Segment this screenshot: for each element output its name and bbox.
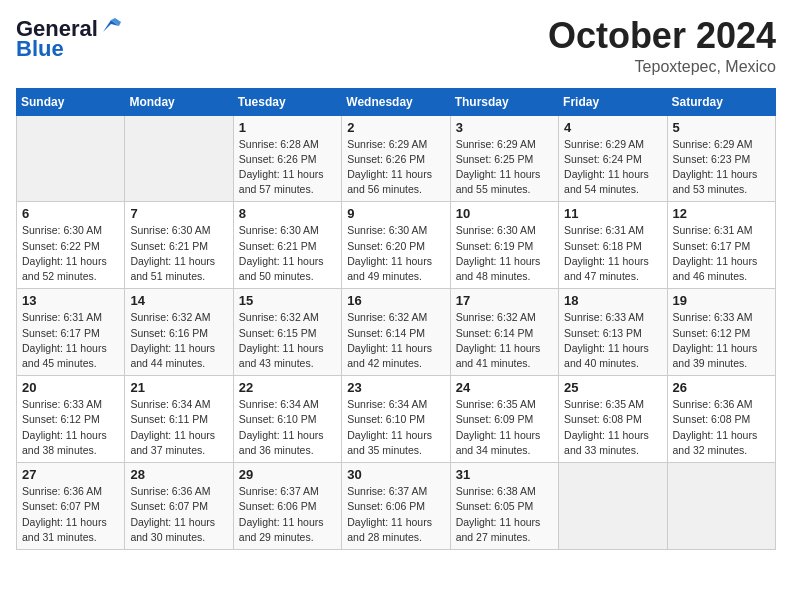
logo-bird-icon — [99, 18, 121, 36]
day-info: Sunrise: 6:36 AMSunset: 6:08 PMDaylight:… — [673, 397, 770, 458]
day-info: Sunrise: 6:29 AMSunset: 6:25 PMDaylight:… — [456, 137, 553, 198]
calendar-cell: 8Sunrise: 6:30 AMSunset: 6:21 PMDaylight… — [233, 202, 341, 289]
weekday-header: Friday — [559, 88, 667, 115]
day-info: Sunrise: 6:37 AMSunset: 6:06 PMDaylight:… — [347, 484, 444, 545]
day-number: 19 — [673, 293, 770, 308]
day-number: 12 — [673, 206, 770, 221]
weekday-header: Monday — [125, 88, 233, 115]
day-info: Sunrise: 6:30 AMSunset: 6:21 PMDaylight:… — [239, 223, 336, 284]
calendar-cell: 14Sunrise: 6:32 AMSunset: 6:16 PMDayligh… — [125, 289, 233, 376]
calendar-cell: 5Sunrise: 6:29 AMSunset: 6:23 PMDaylight… — [667, 115, 775, 202]
day-number: 18 — [564, 293, 661, 308]
day-info: Sunrise: 6:30 AMSunset: 6:19 PMDaylight:… — [456, 223, 553, 284]
day-number: 24 — [456, 380, 553, 395]
calendar-cell: 9Sunrise: 6:30 AMSunset: 6:20 PMDaylight… — [342, 202, 450, 289]
weekday-header: Tuesday — [233, 88, 341, 115]
day-number: 17 — [456, 293, 553, 308]
calendar-cell: 30Sunrise: 6:37 AMSunset: 6:06 PMDayligh… — [342, 463, 450, 550]
day-info: Sunrise: 6:38 AMSunset: 6:05 PMDaylight:… — [456, 484, 553, 545]
day-info: Sunrise: 6:32 AMSunset: 6:14 PMDaylight:… — [456, 310, 553, 371]
calendar-cell: 29Sunrise: 6:37 AMSunset: 6:06 PMDayligh… — [233, 463, 341, 550]
calendar-cell: 24Sunrise: 6:35 AMSunset: 6:09 PMDayligh… — [450, 376, 558, 463]
day-info: Sunrise: 6:35 AMSunset: 6:09 PMDaylight:… — [456, 397, 553, 458]
calendar-cell: 15Sunrise: 6:32 AMSunset: 6:15 PMDayligh… — [233, 289, 341, 376]
calendar-cell: 10Sunrise: 6:30 AMSunset: 6:19 PMDayligh… — [450, 202, 558, 289]
day-number: 6 — [22, 206, 119, 221]
day-info: Sunrise: 6:33 AMSunset: 6:12 PMDaylight:… — [673, 310, 770, 371]
day-number: 3 — [456, 120, 553, 135]
day-number: 2 — [347, 120, 444, 135]
calendar-cell: 11Sunrise: 6:31 AMSunset: 6:18 PMDayligh… — [559, 202, 667, 289]
day-info: Sunrise: 6:34 AMSunset: 6:10 PMDaylight:… — [347, 397, 444, 458]
day-info: Sunrise: 6:31 AMSunset: 6:17 PMDaylight:… — [22, 310, 119, 371]
day-number: 30 — [347, 467, 444, 482]
day-number: 14 — [130, 293, 227, 308]
day-info: Sunrise: 6:35 AMSunset: 6:08 PMDaylight:… — [564, 397, 661, 458]
day-info: Sunrise: 6:32 AMSunset: 6:16 PMDaylight:… — [130, 310, 227, 371]
day-number: 8 — [239, 206, 336, 221]
day-info: Sunrise: 6:34 AMSunset: 6:11 PMDaylight:… — [130, 397, 227, 458]
day-number: 11 — [564, 206, 661, 221]
calendar-cell: 18Sunrise: 6:33 AMSunset: 6:13 PMDayligh… — [559, 289, 667, 376]
day-info: Sunrise: 6:32 AMSunset: 6:14 PMDaylight:… — [347, 310, 444, 371]
day-number: 31 — [456, 467, 553, 482]
logo: General Blue — [16, 16, 121, 62]
day-info: Sunrise: 6:30 AMSunset: 6:21 PMDaylight:… — [130, 223, 227, 284]
day-info: Sunrise: 6:32 AMSunset: 6:15 PMDaylight:… — [239, 310, 336, 371]
day-info: Sunrise: 6:33 AMSunset: 6:13 PMDaylight:… — [564, 310, 661, 371]
day-number: 4 — [564, 120, 661, 135]
weekday-header: Wednesday — [342, 88, 450, 115]
calendar-cell: 27Sunrise: 6:36 AMSunset: 6:07 PMDayligh… — [17, 463, 125, 550]
day-info: Sunrise: 6:29 AMSunset: 6:23 PMDaylight:… — [673, 137, 770, 198]
day-number: 27 — [22, 467, 119, 482]
logo-blue: Blue — [16, 36, 64, 62]
day-info: Sunrise: 6:33 AMSunset: 6:12 PMDaylight:… — [22, 397, 119, 458]
title-block: October 2024 Tepoxtepec, Mexico — [548, 16, 776, 76]
day-number: 21 — [130, 380, 227, 395]
calendar-cell — [559, 463, 667, 550]
day-number: 25 — [564, 380, 661, 395]
calendar-cell: 3Sunrise: 6:29 AMSunset: 6:25 PMDaylight… — [450, 115, 558, 202]
calendar-cell: 7Sunrise: 6:30 AMSunset: 6:21 PMDaylight… — [125, 202, 233, 289]
page-header: General Blue October 2024 Tepoxtepec, Me… — [16, 16, 776, 76]
calendar-cell — [17, 115, 125, 202]
day-number: 29 — [239, 467, 336, 482]
day-info: Sunrise: 6:34 AMSunset: 6:10 PMDaylight:… — [239, 397, 336, 458]
calendar-cell: 31Sunrise: 6:38 AMSunset: 6:05 PMDayligh… — [450, 463, 558, 550]
calendar-cell: 2Sunrise: 6:29 AMSunset: 6:26 PMDaylight… — [342, 115, 450, 202]
day-number: 7 — [130, 206, 227, 221]
calendar-cell: 16Sunrise: 6:32 AMSunset: 6:14 PMDayligh… — [342, 289, 450, 376]
weekday-header: Thursday — [450, 88, 558, 115]
day-number: 9 — [347, 206, 444, 221]
calendar-cell — [667, 463, 775, 550]
day-info: Sunrise: 6:37 AMSunset: 6:06 PMDaylight:… — [239, 484, 336, 545]
calendar-cell: 22Sunrise: 6:34 AMSunset: 6:10 PMDayligh… — [233, 376, 341, 463]
calendar-cell — [125, 115, 233, 202]
calendar-cell: 6Sunrise: 6:30 AMSunset: 6:22 PMDaylight… — [17, 202, 125, 289]
day-number: 15 — [239, 293, 336, 308]
day-number: 16 — [347, 293, 444, 308]
day-number: 28 — [130, 467, 227, 482]
calendar-cell: 20Sunrise: 6:33 AMSunset: 6:12 PMDayligh… — [17, 376, 125, 463]
calendar-cell: 4Sunrise: 6:29 AMSunset: 6:24 PMDaylight… — [559, 115, 667, 202]
day-info: Sunrise: 6:31 AMSunset: 6:18 PMDaylight:… — [564, 223, 661, 284]
calendar-cell: 1Sunrise: 6:28 AMSunset: 6:26 PMDaylight… — [233, 115, 341, 202]
day-info: Sunrise: 6:28 AMSunset: 6:26 PMDaylight:… — [239, 137, 336, 198]
day-number: 13 — [22, 293, 119, 308]
calendar-cell: 13Sunrise: 6:31 AMSunset: 6:17 PMDayligh… — [17, 289, 125, 376]
calendar-cell: 28Sunrise: 6:36 AMSunset: 6:07 PMDayligh… — [125, 463, 233, 550]
calendar-table: SundayMondayTuesdayWednesdayThursdayFrid… — [16, 88, 776, 550]
calendar-cell: 25Sunrise: 6:35 AMSunset: 6:08 PMDayligh… — [559, 376, 667, 463]
day-number: 26 — [673, 380, 770, 395]
location-title: Tepoxtepec, Mexico — [548, 58, 776, 76]
day-number: 22 — [239, 380, 336, 395]
day-info: Sunrise: 6:29 AMSunset: 6:24 PMDaylight:… — [564, 137, 661, 198]
calendar-cell: 19Sunrise: 6:33 AMSunset: 6:12 PMDayligh… — [667, 289, 775, 376]
calendar-cell: 17Sunrise: 6:32 AMSunset: 6:14 PMDayligh… — [450, 289, 558, 376]
weekday-header: Saturday — [667, 88, 775, 115]
day-info: Sunrise: 6:31 AMSunset: 6:17 PMDaylight:… — [673, 223, 770, 284]
day-number: 1 — [239, 120, 336, 135]
calendar-cell: 26Sunrise: 6:36 AMSunset: 6:08 PMDayligh… — [667, 376, 775, 463]
day-number: 10 — [456, 206, 553, 221]
month-title: October 2024 — [548, 16, 776, 56]
